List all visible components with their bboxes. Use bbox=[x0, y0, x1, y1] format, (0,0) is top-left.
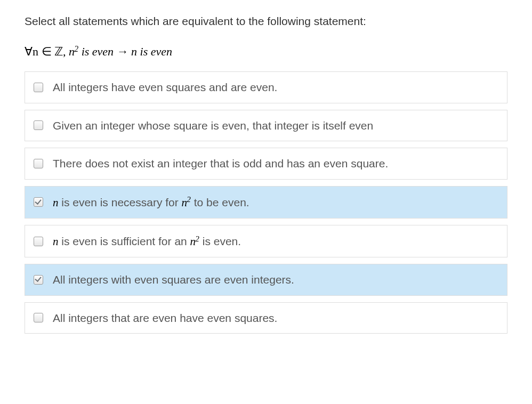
option-label-1: Given an integer whose square is even, t… bbox=[53, 118, 373, 133]
checkbox-6[interactable] bbox=[34, 313, 43, 322]
formula-pre: ∀n ∈ bbox=[25, 45, 54, 58]
checkbox-1[interactable] bbox=[34, 120, 43, 130]
formula-mid: is even → n is even bbox=[78, 45, 172, 58]
checkbox-5[interactable] bbox=[34, 275, 43, 285]
options-list: All integers have even squares and are e… bbox=[25, 71, 507, 334]
formula-sup1: 2 bbox=[74, 44, 78, 53]
option-label-2: There does not exist an integer that is … bbox=[53, 156, 388, 171]
option-row-4[interactable]: n is even is sufficient for an n2 is eve… bbox=[25, 225, 507, 257]
formula-post1: , n bbox=[63, 45, 75, 58]
formula: ∀n ∈ ℤ, n2 is even → n is even bbox=[25, 44, 507, 59]
question-prompt: Select all statements which are equivale… bbox=[25, 15, 507, 28]
option-row-5[interactable]: All integers with even squares are even … bbox=[25, 264, 507, 295]
option-label-3: n is even is necessary for n2 to be even… bbox=[53, 194, 249, 211]
option-label-4: n is even is sufficient for an n2 is eve… bbox=[53, 233, 241, 249]
option-row-0[interactable]: All integers have even squares and are e… bbox=[25, 71, 507, 103]
checkbox-3[interactable] bbox=[34, 197, 43, 207]
checkbox-2[interactable] bbox=[34, 159, 43, 168]
formula-set: ℤ bbox=[54, 45, 63, 58]
option-row-2[interactable]: There does not exist an integer that is … bbox=[25, 148, 507, 179]
option-row-1[interactable]: Given an integer whose square is even, t… bbox=[25, 110, 507, 141]
option-label-0: All integers have even squares and are e… bbox=[53, 79, 277, 95]
option-label-5: All integers with even squares are even … bbox=[53, 272, 294, 287]
option-row-6[interactable]: All integers that are even have even squ… bbox=[25, 302, 507, 334]
option-label-6: All integers that are even have even squ… bbox=[53, 310, 277, 326]
option-row-3[interactable]: n is even is necessary for n2 to be even… bbox=[25, 186, 507, 219]
checkbox-0[interactable] bbox=[34, 83, 43, 92]
checkbox-4[interactable] bbox=[34, 237, 43, 246]
